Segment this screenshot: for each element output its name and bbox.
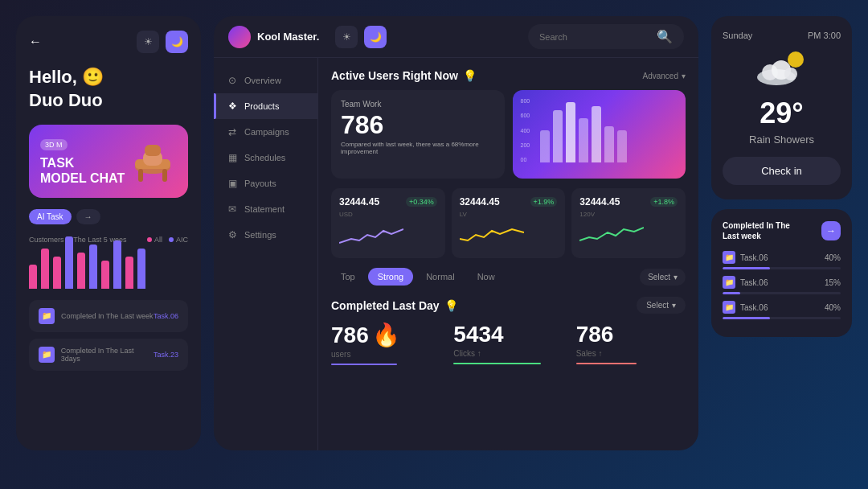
task-prog-2-bar-outer: [723, 292, 841, 294]
weather-temperature: 29°: [723, 97, 841, 130]
comp-stat-clicks: 5434 Clicks ↑: [453, 322, 563, 365]
sidebar-item-payouts[interactable]: ▣ Payouts: [214, 171, 317, 196]
weather-cloud-sun-icon: [754, 48, 810, 88]
bar-10: [137, 249, 145, 289]
checkin-button[interactable]: Check in: [723, 157, 841, 185]
task-item-2[interactable]: 📁 Completed In The Last 3days Task.23: [29, 339, 188, 371]
topbar-moon-btn[interactable]: 🌙: [364, 26, 387, 48]
filter-arrow[interactable]: →: [76, 209, 100, 224]
weather-day-label: Sunday: [723, 31, 752, 40]
tab-now[interactable]: Now: [468, 268, 505, 286]
task-prog-2-bar-inner: [723, 292, 740, 294]
task-item-1-left: 📁 Completed In The Last week: [39, 308, 153, 324]
task-prog-1-pct: 40%: [825, 253, 841, 262]
sidebar-label-settings: Settings: [244, 230, 276, 240]
moon-theme-button[interactable]: 🌙: [166, 31, 188, 53]
chart-bar-7: [617, 130, 627, 162]
task-card-info: 3D M TASK MODEL CHAT: [40, 136, 125, 186]
advanced-button[interactable]: Advanced ▾: [643, 72, 686, 80]
sidebar-label-payouts: Payouts: [244, 179, 276, 188]
task-prog-1: 📁 Task.06 40%: [723, 251, 841, 269]
chart-label: Customers in The Last 5 wees All AIC: [29, 236, 188, 244]
bar-1: [29, 265, 37, 289]
chair-image: [129, 137, 177, 185]
comp-users-bar: [331, 364, 397, 365]
topbar-sun-icon: ☀: [342, 31, 351, 43]
sidebar-item-products[interactable]: ❖ Products: [214, 93, 317, 119]
mini-stat-120v: 32444.45 +1.8% 120V: [571, 188, 686, 258]
sidebar-item-overview[interactable]: ⊙ Overview: [214, 68, 317, 93]
sun-icon: ☀: [144, 36, 153, 47]
ai-task-filter[interactable]: AI Task: [29, 209, 72, 224]
chart-bar-6: [604, 126, 614, 162]
schedules-icon: ▦: [227, 152, 238, 163]
back-button[interactable]: ←: [29, 35, 42, 49]
topbar-moon-icon: 🌙: [370, 31, 382, 43]
phone-mini-bars: [29, 249, 188, 289]
filter-select-btn[interactable]: Select ▾: [640, 269, 686, 286]
sidebar-item-settings[interactable]: ⚙ Settings: [214, 222, 317, 248]
weather-day-time: Sunday PM 3:00: [723, 31, 841, 40]
search-icon: 🔍: [657, 29, 673, 44]
tab-normal[interactable]: Normal: [416, 268, 464, 286]
mini-stat-usd-label: USD: [339, 211, 437, 218]
sidebar-label-overview: Overview: [244, 76, 281, 85]
bulb-icon: 💡: [463, 69, 477, 82]
task-item-1[interactable]: 📁 Completed In The Last week Task.06: [29, 300, 188, 332]
search-bar[interactable]: 🔍: [528, 24, 684, 49]
chart-bar-2: [553, 110, 563, 162]
moon-icon: 🌙: [171, 36, 183, 47]
task-prog-1-left: 📁 Task.06: [723, 251, 768, 264]
y-label-200: 200: [521, 142, 530, 148]
task-prog-2-left: 📁 Task.06: [723, 276, 768, 289]
task-prog-3-name: Task.06: [740, 303, 768, 312]
task-card[interactable]: 3D M TASK MODEL CHAT: [29, 125, 188, 197]
chart-bar-5: [592, 106, 601, 162]
sidebar-item-schedules[interactable]: ▦ Schedules: [214, 145, 317, 171]
comp-users-value: 786 🔥: [331, 322, 440, 348]
comp-clicks-value: 5434: [453, 322, 563, 347]
dash-main-layout: ⊙ Overview ❖ Products ⇄ Campaigns ▦ Sche…: [214, 58, 698, 450]
team-work-stat: Team Work 786 Compared with last week, t…: [331, 90, 505, 179]
tab-top[interactable]: Top: [331, 268, 365, 286]
tab-strong[interactable]: Strong: [368, 268, 413, 286]
completed-header: Completed Last Day 💡 Select ▾: [331, 297, 686, 314]
team-work-label: Team Work: [341, 100, 495, 109]
task-prog-3-bar-outer: [723, 317, 841, 319]
bar-9: [125, 257, 133, 289]
overview-icon: ⊙: [227, 75, 238, 86]
sparkline-lv: [460, 223, 524, 247]
completed-stats-grid: 786 🔥 users 5434 Clicks ↑: [331, 322, 686, 365]
completed-title: Completed Last Day 💡: [331, 299, 458, 312]
y-label-0: 00: [521, 157, 530, 162]
y-label-600: 600: [521, 113, 530, 118]
task-item-2-link[interactable]: Task.23: [154, 351, 178, 359]
tasks-card-arrow-btn[interactable]: →: [821, 221, 841, 240]
select-chevron-icon: ▾: [674, 273, 678, 281]
topbar-sun-btn[interactable]: ☀: [335, 26, 358, 48]
completed-select-chevron: ▾: [672, 301, 676, 310]
sun-theme-button[interactable]: ☀: [137, 31, 159, 53]
comp-users-label: users: [331, 350, 440, 359]
sidebar-item-campaigns[interactable]: ⇄ Campaigns: [214, 119, 317, 145]
sidebar-item-statement[interactable]: ✉ Statement: [214, 196, 317, 222]
bar-2: [41, 249, 49, 289]
mini-stat-lv-top: 32444.45 +1.9%: [460, 196, 558, 208]
task-item-1-link[interactable]: Task.06: [154, 312, 178, 320]
search-input[interactable]: [539, 32, 650, 42]
comp-stat-sales: 786 Sales ↑: [576, 322, 686, 365]
completed-select-box[interactable]: Select ▾: [637, 297, 686, 314]
mini-stat-usd-change: +0.34%: [406, 197, 437, 207]
dashboard-topbar: Kool Master. ☀ 🌙 🔍: [214, 16, 698, 58]
mini-stat-120v-change: +1.8%: [650, 197, 678, 207]
task-badge: 3D M: [40, 139, 68, 150]
legend-pink: All: [147, 236, 162, 244]
mini-stat-120v-label: 120V: [579, 211, 678, 218]
filter-row: AI Task →: [29, 209, 188, 224]
task-title: TASK MODEL CHAT: [40, 155, 125, 186]
task-prog-2: 📁 Task.06 15%: [723, 276, 841, 294]
completed-tasks-card: Completed In TheLast week → 📁 Task.06 40…: [711, 209, 852, 337]
dashboard-panel: Kool Master. ☀ 🌙 🔍 ⊙ Overview: [214, 16, 698, 450]
sparkline-usd: [339, 223, 403, 247]
mini-stat-lv-label: LV: [460, 211, 558, 218]
